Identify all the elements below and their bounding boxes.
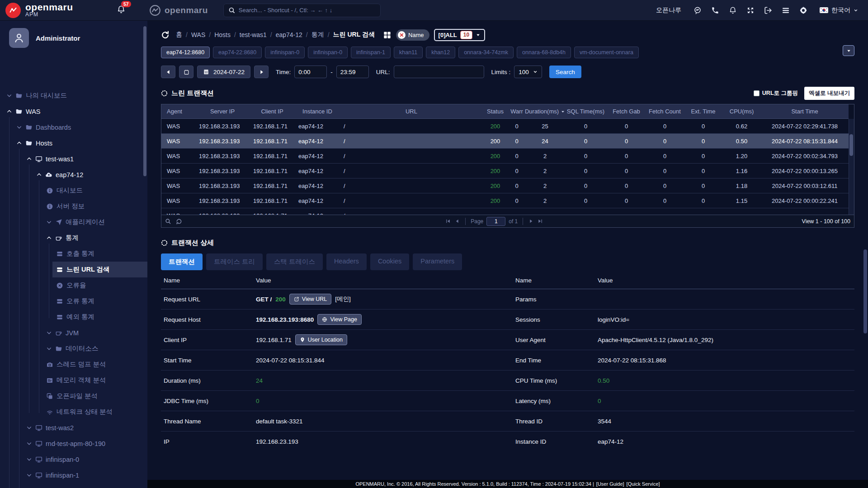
crumb-home[interactable]: 홈	[176, 31, 182, 39]
view-page-button[interactable]: View Page	[317, 314, 362, 325]
sidebar-item-error-rate[interactable]: 오류율	[0, 277, 147, 293]
menu-icon[interactable]	[782, 6, 790, 14]
date-display[interactable]: 2024-07-22	[197, 66, 250, 78]
column-header[interactable]: Server IP	[195, 108, 250, 115]
time-to-input[interactable]	[336, 66, 369, 78]
instance-tag[interactable]: eap74-12:8680	[161, 47, 210, 58]
transaction-row[interactable]: WAS192.168.23.193192.168.1.71eap74-12/20…	[161, 193, 849, 208]
column-header[interactable]: Duration(ms)	[526, 108, 564, 115]
tab-transaction[interactable]: 트랜잭션	[161, 253, 203, 270]
column-header[interactable]: SQL Time(ms)	[564, 108, 607, 115]
sidebar-item-openfile[interactable]: 오픈파일 분석	[0, 388, 147, 404]
instance-tag[interactable]: khan11	[394, 47, 423, 58]
sidebar-item-error-stats[interactable]: 오류 통계	[0, 293, 147, 309]
sidebar-item-memory-object[interactable]: 메모리 객체 분석	[0, 372, 147, 388]
column-header[interactable]: CPU(ms)	[722, 108, 761, 115]
instance-tag[interactable]: infinispan-0	[308, 47, 348, 58]
crumb-stats[interactable]: 통계	[311, 31, 324, 39]
phone-icon[interactable]	[711, 6, 719, 14]
sidebar-item-server-info[interactable]: 서버 정보	[0, 198, 147, 214]
prev-date-button[interactable]	[161, 66, 175, 78]
crumb-eap74-12[interactable]: eap74-12	[276, 31, 302, 38]
footer-user-guide-link[interactable]: [User Guide]	[596, 481, 624, 487]
footer-quick-service-link[interactable]: [Quick Service]	[627, 481, 660, 487]
sidebar-item-jvm[interactable]: JVM	[0, 325, 147, 341]
sidebar-item-application[interactable]: 애플리케이션	[0, 214, 147, 230]
calendar-button[interactable]	[179, 66, 193, 78]
column-header[interactable]: Instance ID	[295, 108, 340, 115]
sidebar-item-slow-url-search[interactable]: 느린 URL 검색	[0, 262, 147, 277]
remove-filter-icon[interactable]	[398, 31, 406, 39]
sidebar-item-exception-stats[interactable]: 예외 통계	[0, 309, 147, 325]
page-first-icon[interactable]	[445, 218, 451, 224]
sidebar-item-hosts[interactable]: Hosts	[0, 135, 147, 151]
column-header[interactable]: Fetch Gab	[607, 108, 646, 115]
sidebar-scrollbar[interactable]	[143, 26, 146, 176]
sidebar-item-call-stats[interactable]: 호출 통계	[0, 246, 147, 262]
user-profile[interactable]: Administrator	[0, 21, 147, 52]
alarm-bell-icon[interactable]	[729, 6, 737, 14]
sidebar-item-statistics[interactable]: 통계	[0, 230, 147, 246]
instance-tag[interactable]: vm-document-onnara	[574, 47, 639, 58]
column-header[interactable]: Client IP	[250, 108, 295, 115]
filter-all-dropdown[interactable]: [0]ALL 10	[434, 29, 486, 41]
crumb-was[interactable]: WAS	[191, 31, 205, 38]
transaction-row[interactable]: WAS192.168.23.193192.168.1.71eap74-12/	[161, 208, 849, 215]
sidebar-item-test-was2[interactable]: test-was2	[0, 420, 147, 436]
sidebar-item-network-status[interactable]: 네트워크 상태 분석	[0, 404, 147, 420]
grid-view-icon[interactable]	[383, 31, 392, 39]
sidebar-item-was[interactable]: WAS	[0, 103, 147, 119]
limits-select[interactable]: 100	[514, 66, 542, 78]
transaction-row[interactable]: WAS192.168.23.193192.168.1.71eap74-12/20…	[161, 119, 849, 134]
collapse-panel-button[interactable]	[843, 45, 854, 56]
language-selector[interactable]: 한국어	[820, 6, 858, 14]
sidebar-item-thread-dump[interactable]: 스레드 덤프 분석	[0, 357, 147, 372]
transaction-row[interactable]: WAS192.168.23.193192.168.1.71eap74-12/20…	[161, 178, 849, 193]
notification-bell[interactable]: 57	[117, 5, 126, 16]
export-excel-button[interactable]: 엑셀로 내보내기	[804, 87, 854, 100]
column-header[interactable]: Warr	[508, 108, 526, 115]
magnifier-icon[interactable]	[165, 218, 171, 225]
view-url-button[interactable]: View URL	[289, 294, 331, 305]
sidebar-item-dashboard[interactable]: 대시보드	[0, 183, 147, 198]
url-input[interactable]	[394, 66, 484, 78]
crumb-hosts[interactable]: Hosts	[214, 31, 231, 38]
column-header[interactable]: Status	[483, 108, 508, 115]
logout-icon[interactable]	[764, 6, 772, 14]
sidebar-item-datasource[interactable]: 데이터소스	[0, 341, 147, 357]
gear-icon[interactable]	[799, 6, 807, 14]
page-scrollbar[interactable]	[863, 249, 867, 333]
search-button[interactable]: Search	[549, 66, 581, 78]
sidebar-item-eap74-12[interactable]: eap74-12	[0, 167, 147, 183]
sidebar-item-test-was1[interactable]: test-was1	[0, 151, 147, 167]
instance-tag[interactable]: khan12	[426, 47, 455, 58]
page-last-icon[interactable]	[537, 218, 543, 224]
expand-icon[interactable]	[746, 6, 755, 14]
crumb-test-was1[interactable]: test-was1	[240, 31, 267, 38]
time-from-input[interactable]	[294, 66, 327, 78]
tab-parameters[interactable]: Parameters	[413, 253, 462, 270]
transaction-row[interactable]: WAS192.168.23.193192.168.1.71eap74-12/20…	[161, 164, 849, 178]
tab-trace-tree[interactable]: 트레이스 트리	[206, 253, 263, 270]
sidebar-item-rnd-test-apm-80-190[interactable]: rnd-test-apm-80-190	[0, 436, 147, 451]
filter-name-pill[interactable]: Name	[396, 29, 429, 41]
column-header[interactable]: Ext. Time	[684, 108, 722, 115]
page-input[interactable]	[486, 217, 505, 226]
next-date-button[interactable]	[254, 66, 269, 78]
transaction-row[interactable]: WAS192.168.23.193192.168.1.71eap74-12/20…	[161, 134, 849, 149]
sidebar-item-infinispan-0b[interactable]: infinispan-0	[0, 483, 147, 488]
reload-icon[interactable]	[176, 218, 182, 225]
page-next-icon[interactable]	[528, 218, 534, 224]
global-search-input[interactable]	[239, 7, 376, 14]
tab-stack-trace[interactable]: 스택 트레이스	[266, 253, 323, 270]
instance-tag[interactable]: infinispan-1	[351, 47, 391, 58]
refresh-icon[interactable]	[161, 31, 170, 39]
instance-tag[interactable]: onnara-68-8db4h	[517, 47, 571, 58]
instance-tag[interactable]: infinispan-0	[265, 47, 305, 58]
sidebar-item-dashboards[interactable]: Dashboards	[0, 119, 147, 135]
tab-headers[interactable]: Headers	[326, 253, 367, 270]
table-scrollbar[interactable]	[849, 119, 854, 215]
user-location-button[interactable]: User Location	[295, 334, 347, 345]
column-header[interactable]: URL	[340, 108, 483, 115]
column-header[interactable]: Start Time	[761, 108, 849, 115]
